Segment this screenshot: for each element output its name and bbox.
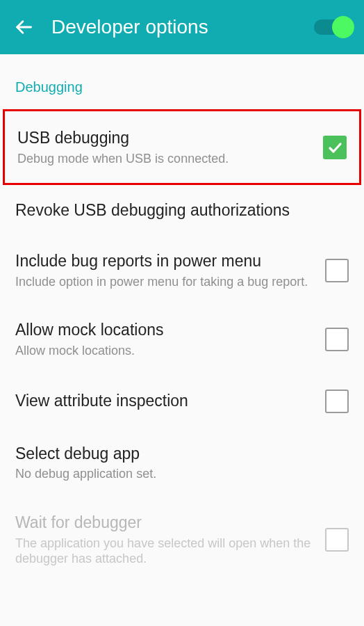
- item-title: Wait for debugger: [15, 513, 317, 533]
- page-title: Developer options: [51, 16, 314, 38]
- section-label-debugging: Debugging: [0, 54, 364, 109]
- item-title: Revoke USB debugging authorizations: [15, 200, 340, 220]
- checkbox-usb-debugging[interactable]: [323, 136, 347, 159]
- toggle-knob: [332, 16, 354, 38]
- item-text: Allow mock locations Allow mock location…: [15, 320, 325, 358]
- checkbox-mock-locations[interactable]: [325, 328, 349, 351]
- item-text: Include bug reports in power menu Includ…: [15, 251, 325, 289]
- item-subtitle: No debug application set.: [15, 466, 340, 482]
- item-text: Revoke USB debugging authorizations: [15, 200, 349, 220]
- item-attribute-inspection[interactable]: View attribute inspection: [0, 374, 364, 428]
- item-text: USB debugging Debug mode when USB is con…: [17, 128, 323, 166]
- item-title: View attribute inspection: [15, 391, 317, 411]
- item-usb-debugging[interactable]: USB debugging Debug mode when USB is con…: [5, 111, 359, 183]
- back-arrow-icon: [14, 17, 33, 37]
- item-title: Allow mock locations: [15, 320, 317, 340]
- item-title: Include bug reports in power menu: [15, 251, 317, 271]
- item-subtitle: Include option in power menu for taking …: [15, 274, 317, 290]
- item-subtitle: Debug mode when USB is connected.: [17, 151, 315, 167]
- item-text: View attribute inspection: [15, 391, 325, 411]
- item-text: Select debug app No debug application se…: [15, 444, 349, 482]
- item-wait-for-debugger: Wait for debugger The application you ha…: [0, 497, 364, 582]
- item-select-debug-app[interactable]: Select debug app No debug application se…: [0, 428, 364, 497]
- item-title: Select debug app: [15, 444, 340, 464]
- item-mock-locations[interactable]: Allow mock locations Allow mock location…: [0, 305, 364, 374]
- settings-list: Debugging USB debugging Debug mode when …: [0, 54, 364, 582]
- app-header: Developer options: [0, 0, 364, 54]
- item-subtitle: The application you have selected will o…: [15, 536, 317, 567]
- checkbox-wait-for-debugger: [325, 528, 349, 552]
- checkbox-bug-reports[interactable]: [325, 259, 349, 282]
- master-toggle[interactable]: [314, 19, 351, 35]
- back-button[interactable]: [13, 16, 35, 38]
- item-subtitle: Allow mock locations.: [15, 343, 317, 359]
- checkmark-icon: [326, 139, 343, 156]
- item-revoke-auth[interactable]: Revoke USB debugging authorizations: [0, 185, 364, 236]
- highlight-usb-debugging: USB debugging Debug mode when USB is con…: [3, 109, 361, 185]
- checkbox-attribute-inspection[interactable]: [325, 390, 349, 413]
- item-text: Wait for debugger The application you ha…: [15, 513, 325, 567]
- item-bug-reports[interactable]: Include bug reports in power menu Includ…: [0, 236, 364, 305]
- item-title: USB debugging: [17, 128, 315, 148]
